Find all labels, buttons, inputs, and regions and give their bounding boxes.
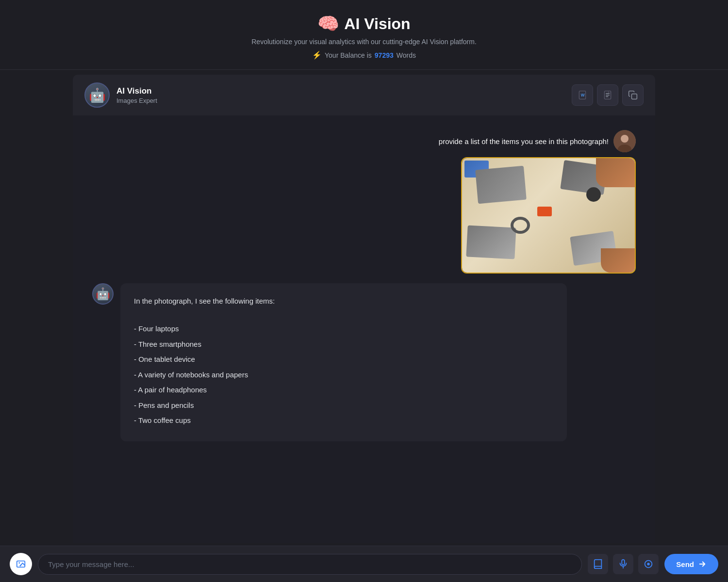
balance-label: Your Balance is (325, 51, 372, 59)
send-label: Send (676, 560, 694, 568)
agent-details: AI Vision Images Expert (116, 86, 157, 104)
brain-icon: 🧠 (317, 14, 339, 34)
ai-message-bubble: In the photograph, I see the following i… (120, 283, 567, 441)
svg-rect-3 (632, 94, 637, 99)
svg-point-12 (647, 563, 650, 566)
ai-item-4: - A variety of notebooks and papers (134, 369, 553, 381)
lightning-icon: ⚡ (312, 50, 322, 60)
ai-message: 🤖 In the photograph, I see the following… (92, 283, 636, 441)
ai-item-7: - Two coffee cups (134, 414, 553, 427)
user-message-text: provide a list of the items you see in t… (439, 137, 609, 146)
ai-item-5: - A pair of headphones (134, 384, 553, 396)
user-message-image-container (461, 157, 636, 274)
user-message: provide a list of the items you see in t… (92, 130, 636, 274)
chat-input[interactable] (38, 554, 582, 575)
svg-rect-9 (622, 560, 625, 565)
user-avatar (613, 130, 636, 152)
mic-button[interactable] (613, 554, 633, 574)
agent-name: AI Vision (116, 86, 157, 96)
svg-text:W: W (581, 93, 585, 97)
ai-item-1: - Four laptops (134, 323, 553, 335)
svg-point-8 (18, 562, 20, 564)
app-header: 🧠 AI Vision Revolutionize your visual an… (0, 0, 728, 70)
chat-container: 🤖 AI Vision Images Expert W (73, 70, 655, 582)
pdf-export-button[interactable] (597, 84, 618, 106)
app-subtitle: Revolutionize your visual analytics with… (251, 38, 477, 46)
record-button[interactable] (638, 554, 659, 574)
chat-messages: provide a list of the items you see in t… (73, 115, 655, 543)
chat-agent-info: 🤖 AI Vision Images Expert (84, 82, 157, 108)
input-actions (588, 554, 659, 574)
balance-value: 97293 (375, 51, 394, 59)
balance-display: ⚡ Your Balance is 97293 Words (312, 50, 416, 60)
svg-point-5 (621, 135, 629, 143)
app-title-row: 🧠 AI Vision (317, 14, 410, 34)
ai-item-6: - Pens and pencils (134, 399, 553, 412)
upload-image-button[interactable] (10, 553, 32, 575)
copy-button[interactable] (622, 84, 644, 106)
chat-input-area: Send (0, 546, 728, 582)
send-button[interactable]: Send (664, 554, 718, 574)
user-message-header: provide a list of the items you see in t… (439, 130, 636, 152)
agent-role: Images Expert (116, 97, 157, 104)
ai-intro: In the photograph, I see the following i… (134, 295, 553, 307)
ai-item-3: - One tablet device (134, 353, 553, 366)
agent-avatar: 🤖 (84, 82, 110, 108)
app-name: AI Vision (344, 15, 410, 33)
book-button[interactable] (588, 554, 608, 574)
balance-unit: Words (397, 51, 416, 59)
word-export-button[interactable]: W (572, 84, 593, 106)
ai-avatar: 🤖 (92, 283, 114, 305)
ai-message-text: In the photograph, I see the following i… (134, 295, 553, 427)
ai-item-2: - Three smartphones (134, 338, 553, 351)
chat-header-actions: W (572, 84, 644, 106)
workspace-image (461, 157, 636, 274)
chat-header: 🤖 AI Vision Images Expert W (73, 75, 655, 115)
